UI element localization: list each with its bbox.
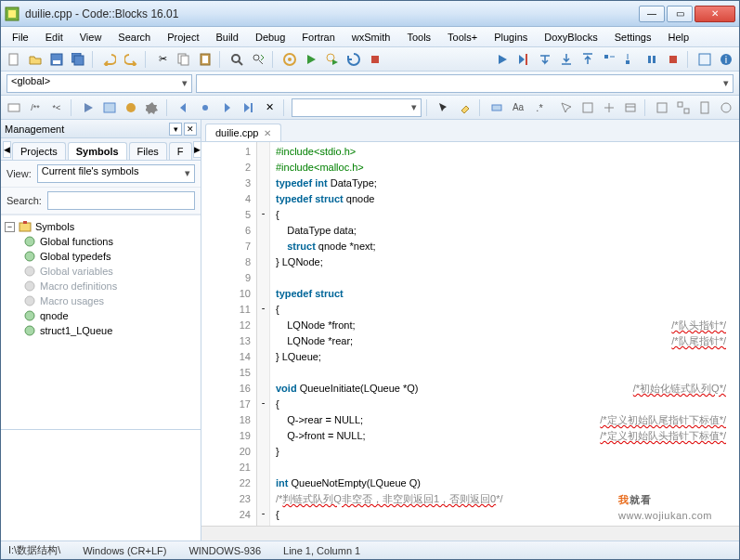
menu-tools[interactable]: Tools <box>399 30 438 45</box>
mgmt-tab-projects[interactable]: Projects <box>12 142 66 160</box>
run-doxy-icon[interactable] <box>79 98 97 117</box>
doxy-html-icon[interactable] <box>100 98 119 117</box>
mgmt-tab-symbols[interactable]: Symbols <box>68 142 127 160</box>
tab-nav-left-icon[interactable]: ◀ <box>3 141 11 158</box>
close-button[interactable]: ✕ <box>695 6 735 22</box>
ext-icon-4[interactable] <box>621 98 640 117</box>
jump-clear-icon[interactable]: ✕ <box>260 98 279 117</box>
tab-close-icon[interactable]: ✕ <box>264 128 271 138</box>
panel-float-icon[interactable]: ▾ <box>169 123 182 136</box>
search-input[interactable] <box>47 191 195 210</box>
tree-item[interactable]: Global typedefs <box>3 249 199 264</box>
menu-view[interactable]: View <box>72 30 110 45</box>
step-out-icon[interactable] <box>578 50 597 69</box>
select-tool-icon[interactable] <box>435 98 453 117</box>
menu-settings[interactable]: Settings <box>607 30 659 45</box>
jump-last-icon[interactable] <box>239 98 257 117</box>
tree-item[interactable]: qnode <box>3 308 199 323</box>
ext-icon-8[interactable] <box>717 98 735 117</box>
menu-doxyblocks[interactable]: DoxyBlocks <box>537 30 604 45</box>
rebuild-icon[interactable] <box>344 50 363 69</box>
menu-edit[interactable]: Edit <box>38 30 71 45</box>
find-icon[interactable] <box>227 50 246 69</box>
horizontal-scrollbar[interactable] <box>201 526 739 540</box>
fold-toggle-icon[interactable]: - <box>262 507 266 518</box>
replace-icon[interactable] <box>249 50 267 69</box>
tree-item[interactable]: struct1_LQueue <box>3 323 199 338</box>
highlight-icon[interactable] <box>456 98 474 117</box>
jump-fwd-icon[interactable] <box>217 98 236 117</box>
symbol-select[interactable] <box>196 74 734 93</box>
view-select[interactable]: Current file's symbols <box>37 164 195 183</box>
open-file-icon[interactable] <box>26 50 45 69</box>
step-into-instr-icon[interactable] <box>621 50 640 69</box>
mgmt-tab-f[interactable]: F <box>169 142 192 160</box>
jump-pin-icon[interactable] <box>196 98 214 117</box>
ext-icon-1[interactable] <box>557 98 576 117</box>
menu-build[interactable]: Build <box>208 30 245 45</box>
menu-help[interactable]: Help <box>660 30 696 45</box>
mgmt-tab-files[interactable]: Files <box>129 142 167 160</box>
menu-file[interactable]: File <box>5 30 36 45</box>
abort-icon[interactable] <box>366 50 384 69</box>
ext-icon-6[interactable] <box>674 98 693 117</box>
build-icon[interactable] <box>280 50 299 69</box>
menu-plugins[interactable]: Plugins <box>487 30 535 45</box>
debug-continue-icon[interactable] <box>493 50 512 69</box>
scope-select[interactable]: <global> <box>6 74 192 93</box>
fold-toggle-icon[interactable]: - <box>262 397 266 408</box>
code-lines[interactable]: #include<stdio.h>#include<malloc.h>typed… <box>270 142 739 526</box>
redo-icon[interactable] <box>122 50 140 69</box>
symbols-tree[interactable]: − Symbols Global functionsGlobal typedef… <box>1 215 201 429</box>
doxy-comment-icon[interactable] <box>5 98 23 117</box>
ext-icon-2[interactable] <box>578 98 597 117</box>
minimize-button[interactable]: — <box>639 6 665 22</box>
save-all-icon[interactable] <box>69 50 87 69</box>
doxy-config-icon[interactable] <box>143 98 162 117</box>
stop-debugger-icon[interactable] <box>664 50 682 69</box>
paste-icon[interactable] <box>196 50 214 69</box>
debugging-windows-icon[interactable] <box>695 50 714 69</box>
tree-item[interactable]: Global functions <box>3 234 199 249</box>
match-case-icon[interactable]: Aa <box>509 98 527 117</box>
code-editor[interactable]: 1234567891011121314151617181920212223242… <box>201 142 739 526</box>
build-run-icon[interactable] <box>323 50 342 69</box>
menu-debug[interactable]: Debug <box>248 30 292 45</box>
jump-back-icon[interactable] <box>175 98 193 117</box>
maximize-button[interactable]: ▭ <box>667 6 693 22</box>
doxy-line-icon[interactable]: *< <box>47 98 66 117</box>
ext-icon-3[interactable] <box>600 98 618 117</box>
next-instr-icon[interactable] <box>600 50 618 69</box>
copy-icon[interactable] <box>175 50 193 69</box>
tree-item[interactable]: Macro definitions <box>3 279 199 293</box>
step-into-icon[interactable] <box>557 50 576 69</box>
undo-icon[interactable] <box>100 50 119 69</box>
cut-icon[interactable]: ✂ <box>153 50 172 69</box>
tree-item[interactable]: Global variables <box>3 264 199 279</box>
tree-item[interactable]: Macro usages <box>3 293 199 308</box>
new-file-icon[interactable] <box>5 50 23 69</box>
save-icon[interactable] <box>47 50 66 69</box>
tree-root[interactable]: − Symbols <box>3 219 199 234</box>
doxy-block-icon[interactable]: /** <box>26 98 45 117</box>
run-icon[interactable] <box>302 50 320 69</box>
run-to-cursor-icon[interactable] <box>514 50 533 69</box>
fold-toggle-icon[interactable]: - <box>262 207 266 218</box>
next-line-icon[interactable] <box>536 50 554 69</box>
regex-icon[interactable]: .* <box>530 98 549 117</box>
menu-search[interactable]: Search <box>110 30 158 45</box>
ext-icon-5[interactable] <box>653 98 671 117</box>
fold-toggle-icon[interactable]: - <box>262 302 266 313</box>
tab-nav-right-icon[interactable]: ▶ <box>193 141 201 158</box>
menu-tools+[interactable]: Tools+ <box>440 30 485 45</box>
menu-fortran[interactable]: Fortran <box>294 30 342 45</box>
break-debugger-icon[interactable] <box>643 50 661 69</box>
editor-tab[interactable]: duilie.cpp ✕ <box>205 124 281 141</box>
various-info-icon[interactable]: i <box>717 50 735 69</box>
selection-only-icon[interactable] <box>487 98 506 117</box>
menu-wxsmith[interactable]: wxSmith <box>344 30 398 45</box>
ext-icon-7[interactable] <box>695 98 714 117</box>
search-combo[interactable] <box>292 98 422 117</box>
menu-project[interactable]: Project <box>160 30 206 45</box>
collapse-icon[interactable]: − <box>5 222 15 232</box>
